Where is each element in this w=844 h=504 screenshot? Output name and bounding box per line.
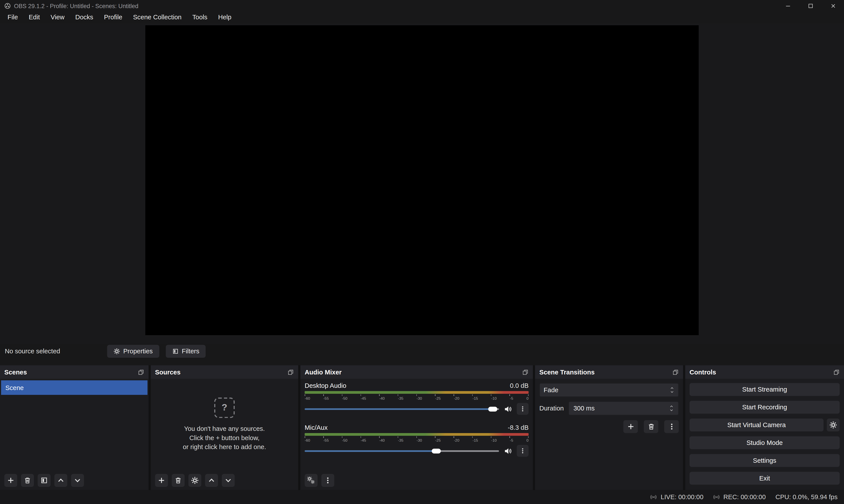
- db-scale-label: -60: [304, 396, 310, 400]
- db-scale-label: -15: [473, 438, 478, 442]
- menu-docks[interactable]: Docks: [70, 12, 99, 22]
- volume-meter: [304, 433, 528, 436]
- live-time: LIVE: 00:00:00: [661, 493, 704, 501]
- db-scale-label: -20: [454, 438, 459, 442]
- db-scale-label: -45: [361, 396, 366, 400]
- maximize-button[interactable]: [807, 2, 814, 9]
- controls-panel-header: Controls: [685, 365, 844, 379]
- menu-view[interactable]: View: [45, 12, 70, 22]
- studio-mode-button[interactable]: Studio Mode: [689, 436, 840, 449]
- mixer-menu-button[interactable]: [321, 474, 334, 487]
- mute-button[interactable]: [504, 405, 512, 413]
- meter-scale: -60-55-50-45-40-35-30-25-20-15-10-50: [304, 396, 528, 400]
- empty-text-line: Click the + button below,: [189, 434, 260, 443]
- mixer-toolbar: [304, 471, 528, 490]
- remove-transition-button[interactable]: [644, 420, 658, 433]
- dock-popout-icon[interactable]: [138, 369, 144, 375]
- transition-select[interactable]: Fade: [540, 383, 679, 397]
- volume-slider[interactable]: [304, 448, 499, 453]
- duration-value: 300 ms: [574, 404, 595, 412]
- properties-label: Properties: [123, 347, 153, 355]
- preview-canvas[interactable]: [145, 25, 699, 335]
- source-toolbar: No source selected Properties Filters: [0, 344, 844, 358]
- scene-list-item[interactable]: Scene: [1, 380, 147, 395]
- db-scale-label: -50: [342, 396, 347, 400]
- db-scale-label: -40: [379, 396, 385, 400]
- move-scene-up-button[interactable]: [54, 474, 67, 487]
- start-virtual-camera-button[interactable]: Start Virtual Camera: [689, 418, 824, 432]
- move-source-up-button[interactable]: [205, 474, 218, 487]
- scenes-list: Scene: [0, 379, 148, 490]
- menu-edit[interactable]: Edit: [23, 12, 45, 22]
- close-button[interactable]: [830, 2, 836, 9]
- rec-time: REC: 00:00:00: [723, 493, 766, 501]
- virtual-camera-settings-button[interactable]: [827, 418, 840, 432]
- menubar: File Edit View Docks Profile Scene Colle…: [0, 11, 844, 23]
- mixer-channel-mic-aux: Mic/Aux -8.3 dB -60-55-50-45-40-35-30-25…: [304, 424, 528, 456]
- dock-popout-icon[interactable]: [672, 369, 679, 375]
- add-transition-button[interactable]: [623, 420, 638, 433]
- volume-slider-handle[interactable]: [432, 448, 441, 453]
- db-scale-label: -60: [304, 438, 310, 442]
- remove-source-button[interactable]: [172, 474, 184, 487]
- menu-file[interactable]: File: [2, 12, 23, 22]
- rec-signal-icon: [713, 494, 719, 500]
- db-scale-label: -30: [417, 396, 422, 400]
- remove-scene-button[interactable]: [21, 474, 34, 487]
- preview-area: [0, 23, 844, 344]
- settings-button[interactable]: Settings: [689, 454, 840, 467]
- empty-text-line: You don't have any sources.: [184, 425, 265, 433]
- volume-slider[interactable]: [304, 407, 499, 411]
- menu-tools[interactable]: Tools: [187, 12, 213, 22]
- mixer-channel-desktop-audio: Desktop Audio 0.0 dB -60-55-50-45-40-35-…: [304, 382, 528, 415]
- move-source-down-button[interactable]: [222, 474, 235, 487]
- combo-arrows-icon: [670, 386, 674, 394]
- mixer-panel-title: Audio Mixer: [304, 368, 341, 376]
- start-streaming-button[interactable]: Start Streaming: [689, 383, 840, 396]
- statusbar: LIVE: 00:00:00 REC: 00:00:00 CPU: 0.0%, …: [0, 490, 844, 504]
- controls-panel: Controls Start Streaming Start Recording…: [685, 365, 844, 490]
- move-scene-down-button[interactable]: [71, 474, 84, 487]
- duration-label: Duration: [540, 404, 564, 412]
- start-recording-button[interactable]: Start Recording: [689, 401, 840, 414]
- window-title: OBS 29.1.2 - Profile: Untitled - Scenes:…: [14, 2, 138, 9]
- exit-button[interactable]: Exit: [689, 472, 840, 485]
- dock-popout-icon[interactable]: [287, 369, 294, 375]
- db-scale-label: -40: [379, 438, 385, 442]
- scenes-panel-title: Scenes: [4, 368, 27, 376]
- channel-level-db: -8.3 dB: [508, 424, 529, 431]
- duration-decrease-button[interactable]: [669, 408, 674, 412]
- menu-scene-collection[interactable]: Scene Collection: [128, 12, 187, 22]
- transition-selected-value: Fade: [544, 386, 558, 394]
- volume-slider-handle[interactable]: [488, 407, 497, 411]
- channel-menu-button[interactable]: [517, 403, 529, 415]
- scene-filters-button[interactable]: [38, 474, 51, 487]
- channel-name: Mic/Aux: [304, 424, 328, 431]
- minimize-button[interactable]: [785, 2, 791, 9]
- dock-popout-icon[interactable]: [833, 369, 840, 375]
- volume-meter: [304, 391, 528, 394]
- advanced-audio-button[interactable]: [304, 474, 317, 487]
- filters-button[interactable]: Filters: [166, 345, 206, 358]
- duration-spinbox[interactable]: 300 ms: [569, 401, 679, 415]
- stream-signal-icon: [650, 494, 657, 500]
- meter-tickmarks: [304, 436, 528, 438]
- source-properties-button[interactable]: [188, 474, 201, 487]
- filter-icon: [172, 348, 178, 355]
- empty-text-line: or right click here to add one.: [183, 443, 266, 452]
- add-scene-button[interactable]: [4, 474, 17, 487]
- duration-increase-button[interactable]: [669, 404, 674, 408]
- db-scale-label: -10: [491, 438, 497, 442]
- add-source-button[interactable]: [155, 474, 168, 487]
- properties-button[interactable]: Properties: [107, 345, 159, 358]
- dock-popout-icon[interactable]: [522, 369, 528, 375]
- titlebar: OBS 29.1.2 - Profile: Untitled - Scenes:…: [0, 0, 844, 11]
- menu-profile[interactable]: Profile: [99, 12, 128, 22]
- sources-empty-state[interactable]: ? You don't have any sources. Click the …: [151, 379, 298, 471]
- channel-menu-button[interactable]: [517, 445, 529, 457]
- slider-track-rest: [437, 450, 499, 451]
- menu-help[interactable]: Help: [213, 12, 237, 22]
- mute-button[interactable]: [504, 447, 512, 455]
- transition-menu-button[interactable]: [664, 420, 679, 433]
- rec-status: REC: 00:00:00: [713, 493, 766, 501]
